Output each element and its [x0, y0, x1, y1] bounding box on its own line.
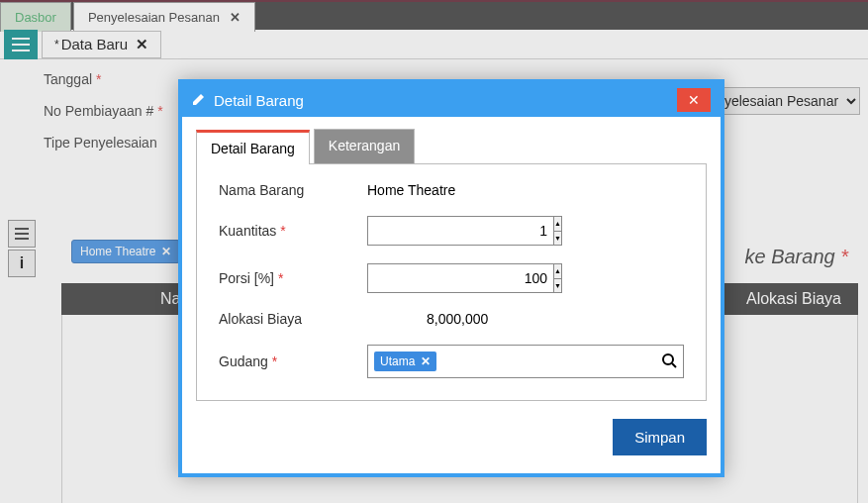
value-nama-barang: Home Theatre [367, 182, 684, 198]
step-up-icon[interactable]: ▲ [554, 264, 561, 279]
dialog-header: Detail Barang ✕ [182, 83, 721, 117]
save-button[interactable]: Simpan [613, 419, 707, 455]
label-porsi: Porsi [%] * [219, 270, 367, 286]
search-icon[interactable] [661, 352, 677, 371]
svg-point-9 [663, 354, 673, 364]
label-kuantitas: Kuantitas * [219, 223, 367, 239]
close-icon[interactable]: ✕ [421, 354, 431, 368]
value-alokasi-biaya: 8,000,000 [367, 311, 684, 327]
kuantitas-input[interactable] [367, 216, 554, 246]
label-gudang: Gudang * [219, 353, 367, 369]
label-nama-barang: Nama Barang [219, 182, 367, 198]
porsi-input[interactable] [367, 263, 554, 293]
step-down-icon[interactable]: ▼ [554, 279, 561, 293]
chip-label: Utama [380, 354, 415, 368]
step-down-icon[interactable]: ▼ [554, 232, 561, 246]
dialog-panel: Nama Barang Home Theatre Kuantitas * ▲▼ … [196, 164, 707, 401]
tab-detail-barang[interactable]: Detail Barang [196, 130, 310, 164]
gudang-field[interactable]: Utama ✕ [367, 345, 684, 378]
gudang-chip: Utama ✕ [374, 352, 436, 371]
kuantitas-stepper[interactable]: ▲▼ [367, 216, 516, 246]
label-alokasi-biaya: Alokasi Biaya [219, 311, 367, 327]
dialog-tabs: Detail Barang Keterangan [196, 129, 707, 164]
tab-keterangan[interactable]: Keterangan [314, 129, 415, 163]
dialog-title: Detail Barang [214, 92, 304, 109]
svg-line-10 [672, 363, 676, 367]
dialog-detail-barang: Detail Barang ✕ Detail Barang Keterangan… [178, 79, 724, 477]
porsi-stepper[interactable]: ▲▼ [367, 263, 516, 293]
step-up-icon[interactable]: ▲ [554, 217, 561, 232]
dialog-close-button[interactable]: ✕ [677, 88, 711, 112]
edit-icon [192, 92, 206, 109]
